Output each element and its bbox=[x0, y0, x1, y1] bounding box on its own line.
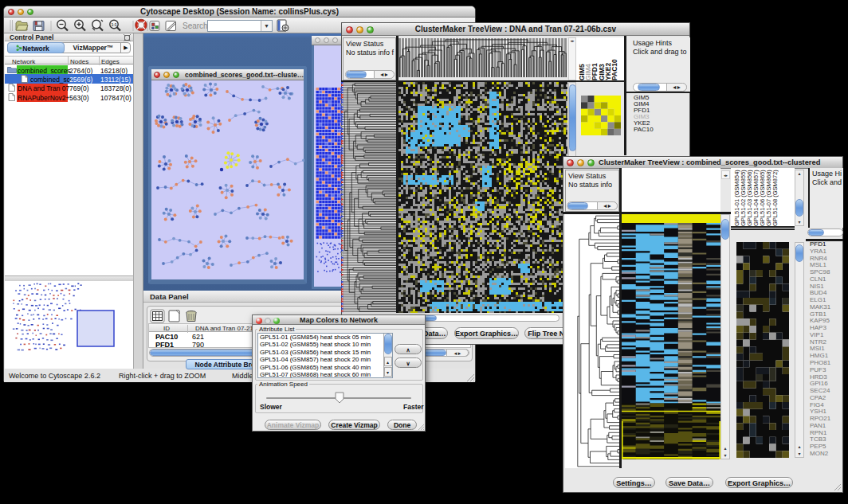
svg-text:1:1: 1:1 bbox=[111, 22, 116, 27]
